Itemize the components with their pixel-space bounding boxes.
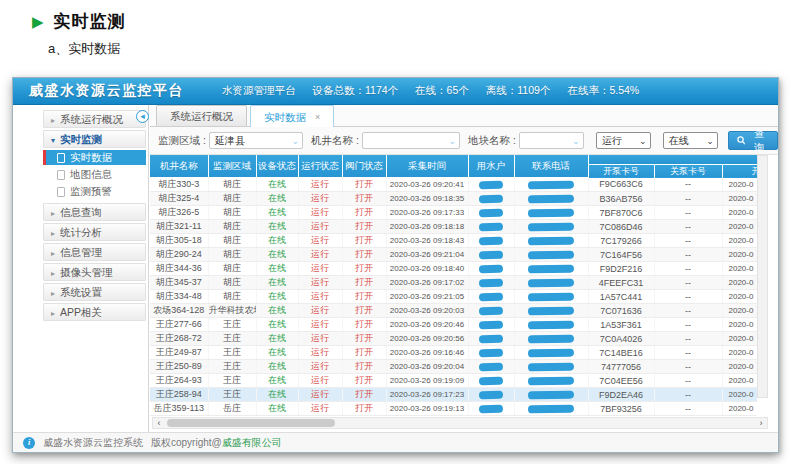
run-status-select[interactable]: 运行 ⌄ xyxy=(596,132,651,149)
search-button[interactable]: 查询 xyxy=(728,131,778,150)
scrollbar-track[interactable] xyxy=(165,418,755,428)
cell-collect-time: 2020-03-26 09:20:03 xyxy=(386,304,468,318)
table-row[interactable]: 胡庄326-5胡庄在线运行打开2020-03-26 09:17:337BF870… xyxy=(150,206,757,220)
redacted-phone-scribble xyxy=(528,293,574,302)
scrollbar-thumb[interactable] xyxy=(167,419,335,427)
table-row[interactable]: 胡庄325-4胡庄在线运行打开2020-03-26 09:18:35B36AB7… xyxy=(150,192,757,206)
cell-close-card: -- xyxy=(654,178,722,192)
cell-open-card: 7C04EE56 xyxy=(588,374,654,388)
block-select[interactable]: ⌄ xyxy=(519,132,584,149)
region-select[interactable]: 延津县 ⌄ xyxy=(209,132,303,149)
cell-open-time: 2020-0 xyxy=(722,192,757,206)
cell-open-time: 2020-0 xyxy=(722,304,757,318)
cell-open-time: 2020-0 xyxy=(722,374,757,388)
cell-well-name: 王庄277-66 xyxy=(150,318,208,332)
sidebar-group-label: 系统运行概况 xyxy=(60,113,123,125)
cell-open-card: 1A57C441 xyxy=(588,290,654,304)
horizontal-scrollbar: ‹ › xyxy=(152,417,768,429)
online-status-select[interactable]: 在线 ⌄ xyxy=(663,132,718,149)
cell-open-card: 7C14BE16 xyxy=(588,346,654,360)
cell-open-time: 2020-0 xyxy=(722,276,757,290)
cell-run-status: 运行 xyxy=(298,220,342,234)
table-row[interactable]: 王庄268-72王庄在线运行打开2020-03-26 09:20:567C0A4… xyxy=(150,332,757,346)
table-row[interactable]: 胡庄345-37胡庄在线运行打开2020-03-26 09:17:024FEEF… xyxy=(150,276,757,290)
cell-device-status: 在线 xyxy=(256,248,298,262)
redacted-user-scribble xyxy=(479,195,503,203)
filter-bar: 监测区域 : 延津县 ⌄ 机井名称 : ⌄ 地块名称 : ⌄ xyxy=(150,127,778,155)
redacted-user-scribble xyxy=(479,363,503,371)
cell-well-name: 农场364-128 xyxy=(150,304,208,318)
cell-device-status: 在线 xyxy=(256,262,298,276)
cell-close-card: -- xyxy=(654,206,722,220)
cell-valve-status: 打开 xyxy=(342,262,386,276)
scroll-right-arrow-icon[interactable]: › xyxy=(755,418,767,428)
sidebar-group-item[interactable]: ▸信息查询 xyxy=(43,203,146,221)
table-row[interactable]: 王庄258-94王庄在线运行打开2020-03-26 09:17:23F9D2E… xyxy=(150,388,757,402)
cell-open-card: 1A53F361 xyxy=(588,318,654,332)
redacted-user-scribble xyxy=(479,307,503,315)
cell-device-status: 在线 xyxy=(256,360,298,374)
cell-close-card: -- xyxy=(654,332,722,346)
table-row[interactable]: 王庄250-89王庄在线运行打开2020-03-26 09:20:0474777… xyxy=(150,360,757,374)
cell-valve-status: 打开 xyxy=(342,220,386,234)
sidebar-group-item[interactable]: ▸APP相关 xyxy=(43,303,146,321)
region-select-value: 延津县 xyxy=(215,134,245,148)
cell-phone xyxy=(514,402,588,416)
app-window: 威盛水资源云监控平台 水资源管理平台 设备总数：1174个 在线：65个 离线：… xyxy=(12,77,779,453)
sidebar-menu: ▸系统运行概况▾实时监测实时数据地图信息监测预警▸信息查询▸统计分析▸信息管理▸… xyxy=(43,110,146,321)
table-row[interactable]: 胡庄334-48胡庄在线运行打开2020-03-26 09:21:051A57C… xyxy=(150,290,757,304)
cell-valve-status: 打开 xyxy=(342,360,386,374)
table-row[interactable]: 农场364-128升华科技农场在线运行打开2020-03-26 09:20:03… xyxy=(150,304,757,318)
cell-valve-status: 打开 xyxy=(342,346,386,360)
cell-run-status: 运行 xyxy=(298,318,342,332)
cell-close-card: -- xyxy=(654,374,722,388)
cell-open-time: 2020-0 xyxy=(722,388,757,402)
page-title: 实时监测 xyxy=(54,10,126,33)
tab-close-icon[interactable]: × xyxy=(315,107,320,127)
tab-item[interactable]: 系统运行概况 xyxy=(156,105,247,126)
table-row[interactable]: 胡庄344-36胡庄在线运行打开2020-03-26 09:18:40F9D2F… xyxy=(150,262,757,276)
sidebar-group-item[interactable]: ▸摄像头管理 xyxy=(43,263,146,281)
cell-run-status: 运行 xyxy=(298,360,342,374)
sidebar-sub-item[interactable]: 地图信息 xyxy=(43,167,146,182)
tab-item[interactable]: 实时数据× xyxy=(250,105,334,127)
redacted-user-scribble xyxy=(479,321,503,329)
page: ▶ 实时监测 a、实时数据 威盛水资源云监控平台 水资源管理平台 设备总数：11… xyxy=(0,0,790,464)
table-row[interactable]: 王庄264-93王庄在线运行打开2020-03-26 09:19:097C04E… xyxy=(150,374,757,388)
sidebar-group-item[interactable]: ▸统计分析 xyxy=(43,223,146,241)
section-arrow-icon: ▶ xyxy=(32,14,44,29)
cell-phone xyxy=(514,360,588,374)
sidebar-group-item[interactable]: ▸信息管理 xyxy=(43,243,146,261)
col-region: 监测区域 xyxy=(208,155,256,178)
sidebar-group-item[interactable]: ▸系统设置 xyxy=(43,283,146,301)
cell-water-user xyxy=(468,262,514,276)
table-row[interactable]: 王庄249-87王庄在线运行打开2020-03-26 09:16:467C14B… xyxy=(150,346,757,360)
cell-collect-time: 2020-03-26 09:18:40 xyxy=(386,262,468,276)
cell-run-status: 运行 xyxy=(298,374,342,388)
table-row[interactable]: 胡庄290-24胡庄在线运行打开2020-03-26 09:21:047C164… xyxy=(150,248,757,262)
cell-open-card: B36AB756 xyxy=(588,192,654,206)
cell-close-card: -- xyxy=(654,360,722,374)
cell-region: 胡庄 xyxy=(208,206,256,220)
sidebar-sub-item[interactable]: 实时数据 xyxy=(43,150,146,165)
scroll-left-arrow-icon[interactable]: ‹ xyxy=(153,418,165,428)
vertical-scrollbar[interactable] xyxy=(757,155,768,398)
cell-close-card: -- xyxy=(654,192,722,206)
chevron-right-icon: ▸ xyxy=(51,116,55,125)
table-row[interactable]: 胡庄305-18胡庄在线运行打开2020-03-26 09:18:437C179… xyxy=(150,234,757,248)
table-row[interactable]: 胡庄321-11胡庄在线运行打开2020-03-26 09:18:187C086… xyxy=(150,220,757,234)
cell-device-status: 在线 xyxy=(256,234,298,248)
sidebar-group-item[interactable]: ▸系统运行概况 xyxy=(43,110,146,128)
table-row[interactable]: 胡庄330-3胡庄在线运行打开2020-03-26 09:20:41F9C663… xyxy=(150,178,757,192)
sidebar-sub-item[interactable]: 监测预警 xyxy=(43,184,146,199)
cell-well-name: 胡庄344-36 xyxy=(150,262,208,276)
chevron-down-icon: ⌄ xyxy=(291,137,299,145)
table-row[interactable]: 王庄277-66王庄在线运行打开2020-03-26 09:20:461A53F… xyxy=(150,318,757,332)
sidebar-group-item[interactable]: ▾实时监测 xyxy=(43,130,146,148)
well-select[interactable]: ⌄ xyxy=(362,132,460,149)
table-row[interactable]: 岳庄359-113岳庄在线运行打开2020-03-26 09:19:137BF9… xyxy=(150,402,757,416)
sidebar-collapse-icon[interactable]: ◂ xyxy=(136,110,149,123)
col-valve-status: 阀门状态 xyxy=(342,155,386,178)
cell-close-card: -- xyxy=(654,346,722,360)
stat-online-rate: 在线率：5.54% xyxy=(567,84,639,98)
